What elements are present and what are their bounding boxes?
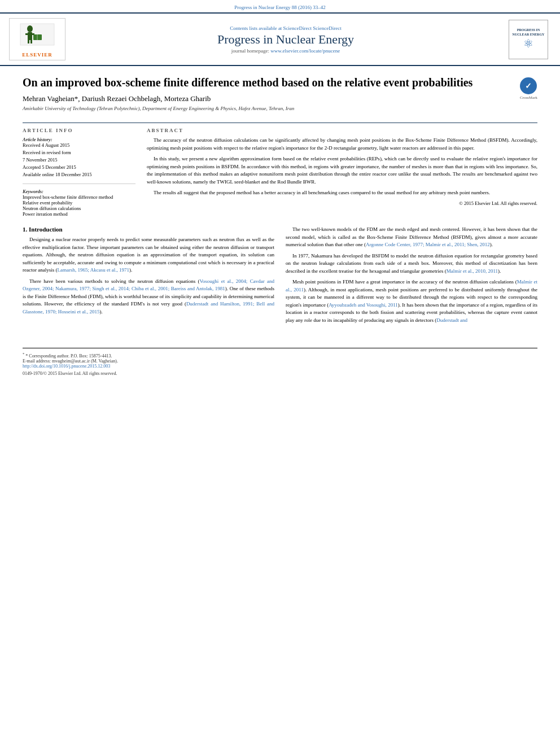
abstract-para-1: The accuracy of the neutron diffusion ca… (147, 137, 537, 152)
authors: Mehran Vagheian*, Dariush Rezaei Ochbela… (23, 94, 514, 103)
atom-icon: ⚛ (523, 37, 533, 50)
sciencedirect-url[interactable]: ScienceDirect (313, 25, 341, 31)
journal-reference: Progress in Nuclear Energy 88 (2016) 33–… (0, 0, 560, 12)
title-row: On an improved box-scheme finite differe… (23, 75, 537, 117)
ref-ayyoubzadeh[interactable]: Ayyoubzadeh and Vosoughi, 2011 (329, 302, 398, 308)
body-right-column: The two well-known models of the FDM are… (286, 226, 537, 327)
main-content: On an improved box-scheme finite differe… (0, 66, 560, 339)
ref-malmir2[interactable]: Malmir et al., 2011 (286, 279, 537, 292)
keyword-2: Relative event probability (23, 200, 135, 206)
body-left-column: 1. Introduction Designing a nuclear reac… (23, 226, 274, 327)
abstract-para-3: The results all suggest that the propose… (147, 189, 537, 197)
keyword-1: Improved box-scheme finite difference me… (23, 194, 135, 200)
accepted-value: Accepted 5 December 2015 (23, 164, 135, 170)
svg-point-1 (27, 25, 33, 32)
homepage-link[interactable]: www.elsevier.com/locate/pnucene (270, 48, 340, 54)
received-value: Received 4 August 2015 (23, 142, 135, 148)
available-value: Available online 18 December 2015 (23, 172, 135, 177)
elsevier-tree-icon (18, 21, 57, 52)
ref-lamarsh[interactable]: Lamarsh, 1965; Akcasu et al., 1971 (57, 267, 129, 273)
article-title: On an improved box-scheme finite differe… (23, 75, 514, 90)
keyword-4: Power iteration method (23, 211, 135, 217)
section1-heading: 1. Introduction (23, 226, 274, 233)
right-para-3: Mesh point positions in FDM have a great… (286, 278, 537, 324)
journal-title-header: Progress in Nuclear Energy (65, 32, 506, 47)
article-info-abstract: ARTICLE INFO Article history: Received 4… (23, 123, 537, 217)
keywords-label: Keywords: (23, 189, 135, 194)
affiliation: Amirkabir University of Technology (Tehr… (23, 106, 514, 111)
svg-rect-3 (25, 33, 30, 35)
keyword-3: Neutron diffusion calculations (23, 206, 135, 211)
sciencedirect-link[interactable]: Contents lists available at ScienceDirec… (65, 25, 506, 31)
received-revised-label: Received in revised form (23, 150, 135, 155)
journal-center: Contents lists available at ScienceDirec… (65, 25, 506, 54)
article-info-label: ARTICLE INFO (23, 128, 135, 133)
ref-duderstadt[interactable]: Duderstadt and Hamilton, 1991; Bell and … (23, 301, 274, 314)
crossmark-badge[interactable]: ✓ CrossMark (520, 77, 537, 100)
svg-rect-7 (33, 34, 42, 40)
abstract-text: The accuracy of the neutron diffusion ca… (147, 137, 537, 197)
ref-vosoughi[interactable]: Vosoughi et al., 2004; Cavdar and Ozgene… (23, 278, 274, 292)
svg-rect-6 (30, 40, 32, 43)
page-container: Progress in Nuclear Energy 88 (2016) 33–… (0, 0, 560, 747)
email-note: E-mail address: mvagheim@aut.ac.ir (M. V… (23, 359, 537, 364)
footer-copyright: 0149-1970/© 2015 Elsevier Ltd. All right… (23, 371, 537, 376)
progress-nuclear-logo: PROGRESS IN NUCLEAR ENERGY ⚛ (509, 20, 548, 59)
doi-link[interactable]: http://dx.doi.org/10.1016/j.pnucene.2015… (23, 364, 537, 369)
body-two-col: 1. Introduction Designing a nuclear reac… (23, 226, 537, 327)
crossmark-label: CrossMark (520, 95, 537, 100)
ref-argonne[interactable]: Argonne Code Center, 1977; Malmir et al.… (366, 242, 490, 247)
received-revised-date: 7 November 2015 (23, 157, 135, 163)
footer: * * Corresponding author. P.O. Box: 1587… (0, 348, 560, 379)
history-label: Article history: (23, 137, 135, 142)
abstract-label: ABSTRACT (147, 128, 537, 133)
ref-duderstadt2[interactable]: Duderstadt and (436, 317, 467, 323)
elsevier-text: ELSEVIER (22, 52, 53, 58)
intro-para-1: Designing a nuclear reactor properly nee… (23, 236, 274, 274)
article-history-block: Article history: Received 4 August 2015 … (23, 137, 135, 184)
corresponding-note: * * Corresponding author. P.O. Box: 1587… (23, 352, 537, 359)
abstract-column: ABSTRACT The accuracy of the neutron dif… (147, 128, 537, 217)
article-info-column: ARTICLE INFO Article history: Received 4… (23, 128, 135, 217)
ref-malmir[interactable]: Malmir et al., 2010, 2011 (447, 268, 498, 274)
elsevier-logo: ELSEVIER (9, 18, 65, 60)
body-left-text: Designing a nuclear reactor properly nee… (23, 236, 274, 316)
journal-homepage: journal homepage: www.elsevier.com/locat… (65, 48, 506, 54)
abstract-para-2: In this study, we present a new algorith… (147, 155, 537, 186)
intro-para-2: There have been various methods to solvi… (23, 278, 274, 316)
crossmark-icon: ✓ (520, 77, 537, 94)
abstract-copyright: © 2015 Elsevier Ltd. All rights reserved… (147, 200, 537, 206)
svg-rect-5 (28, 40, 29, 43)
right-para-1: The two well-known models of the FDM are… (286, 226, 537, 249)
body-right-text: The two well-known models of the FDM are… (286, 226, 537, 324)
journal-right-logo: PROGRESS IN NUCLEAR ENERGY ⚛ (506, 20, 551, 59)
right-para-2: In 1977, Nakamura has developed the BSFD… (286, 252, 537, 276)
keywords-block: Keywords: Improved box-scheme finite dif… (23, 189, 135, 217)
journal-header: ELSEVIER Contents lists available at Sci… (0, 12, 560, 66)
